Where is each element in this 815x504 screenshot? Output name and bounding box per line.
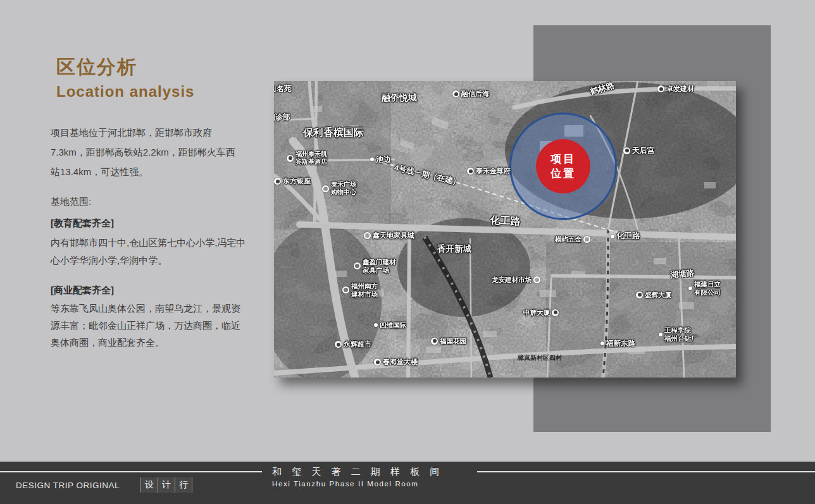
map-label: 融信后海 bbox=[452, 90, 489, 98]
map-label-text: 中辉大厦 bbox=[523, 309, 550, 317]
bus-icon bbox=[274, 178, 281, 185]
map-label-text: 池边 bbox=[376, 155, 391, 164]
ring-icon bbox=[342, 286, 349, 293]
map-label-text: 鹤林路 bbox=[589, 81, 616, 97]
bus-icon bbox=[657, 85, 664, 92]
map-label: 泰禾广场 购物中心 bbox=[322, 181, 356, 196]
page-title: 区位分析 Location analysis bbox=[56, 54, 194, 101]
footer-project-title-cn: 和 玺 天 著 二 期 样 板 间 bbox=[272, 466, 487, 478]
bus-icon bbox=[287, 155, 294, 162]
map-label-text: 泰禾广场 购物中心 bbox=[331, 181, 356, 196]
map-label: 四维国际 bbox=[374, 321, 406, 329]
map-label-text: 福新东路 bbox=[606, 339, 635, 348]
page-title-en: Location analysis bbox=[56, 83, 194, 101]
map-label-text: 香开新城 bbox=[437, 244, 471, 254]
map-label-text: 鑫天地家具城 bbox=[373, 231, 414, 240]
map-label: 永辉超市 bbox=[335, 340, 371, 348]
map-label-text: 龙安建材市场 bbox=[492, 276, 532, 284]
footer-project-title-en: Hexi Tianzhu Phase II Model Room bbox=[272, 480, 487, 488]
map-label-text: 福国花园 bbox=[440, 337, 466, 345]
map-label-text: 四维国际 bbox=[380, 321, 406, 329]
stamp-char: 行 bbox=[175, 477, 192, 493]
intro-paragraph: 项目基地位于河北邯郸，距邯郸市政府 7.3km，距邯郸高铁站2.2km，距邯郸火… bbox=[51, 123, 253, 181]
bus-icon bbox=[467, 168, 474, 175]
design-trip-stamp: 设 计 行 bbox=[140, 477, 192, 493]
map-label: 福州南方 建材市场 bbox=[342, 282, 378, 298]
map-label: 春海堂大楼 bbox=[374, 358, 418, 366]
map-label-text: 樟岚新村区四村 bbox=[518, 354, 562, 362]
ring-icon bbox=[364, 232, 371, 239]
business-heading: [商业配套齐全] bbox=[51, 285, 253, 297]
footer-divider-left bbox=[0, 471, 262, 472]
map-label: 门诊部 bbox=[274, 113, 290, 122]
map-label: 4号线一期（在建） bbox=[394, 163, 462, 188]
map-label: 工程学院 福州台钻厂 bbox=[659, 326, 698, 343]
map-label: 横屿五金 bbox=[555, 235, 590, 243]
map-label-text: 福建日立 有限公司 bbox=[694, 280, 721, 297]
map-label: 福国花园 bbox=[431, 337, 466, 345]
map-label-text: 鑫盈门建材 家具广场 bbox=[363, 258, 396, 274]
map-label: 池边 bbox=[370, 155, 391, 164]
map-label: 中辉大厦 bbox=[523, 309, 559, 317]
bus-icon bbox=[431, 338, 438, 345]
dot-icon bbox=[688, 286, 692, 290]
map-label: 天后宫 bbox=[623, 146, 655, 156]
slide: 区位分析 Location analysis 项目基地位于河北邯郸，距邯郸市政府… bbox=[0, 0, 815, 504]
ring-icon bbox=[533, 276, 540, 283]
map-label-text: 盛辉大厦 bbox=[645, 291, 671, 299]
map-label: 山名苑 bbox=[274, 84, 292, 94]
map-label-text: 化工路 bbox=[616, 231, 640, 241]
map-label-text: 永辉超市 bbox=[344, 340, 371, 348]
map-label: 泰禾金尊府 bbox=[467, 167, 511, 175]
map-label: 鹤林路 bbox=[589, 81, 616, 97]
dot-icon bbox=[659, 333, 663, 336]
bus-icon bbox=[623, 147, 630, 154]
footer-divider-right bbox=[477, 471, 815, 472]
satellite-map: 项目 位置 山名苑门诊部保利香槟国际融侨悦城融信后海鹤林路卓发建材福州泰禾凯 宾… bbox=[274, 81, 736, 378]
map-label: 化工路 bbox=[490, 214, 521, 228]
footer-brand: DESIGN TRIP ORIGINAL bbox=[16, 481, 120, 490]
map-label: 鑫天地家具城 bbox=[364, 231, 414, 240]
bus-icon bbox=[335, 341, 342, 348]
dot-icon bbox=[370, 157, 374, 161]
map-label: 樟岚新村区四村 bbox=[518, 354, 562, 362]
dot-icon bbox=[600, 341, 604, 345]
map-label-text: 泰禾金尊府 bbox=[476, 167, 511, 175]
stamp-char: 设 bbox=[140, 477, 158, 493]
map-label-text: 工程学院 福州台钻厂 bbox=[664, 326, 698, 343]
map-labels-layer: 山名苑门诊部保利香槟国际融侨悦城融信后海鹤林路卓发建材福州泰禾凯 宾斯基酒店池边… bbox=[274, 81, 736, 378]
education-body: 内有邯郸市四十中,仓山区第七中心小学,冯宅中 心小学华润小学,华润中学。 bbox=[51, 234, 253, 269]
education-heading: [教育配套齐全] bbox=[51, 218, 253, 230]
map-label-text: 福州泰禾凯 宾斯基酒店 bbox=[296, 151, 327, 166]
map-label: 鑫盈门建材 家具广场 bbox=[354, 258, 396, 274]
page-title-cn: 区位分析 bbox=[56, 54, 194, 80]
map-label: 卓发建材 bbox=[657, 85, 694, 93]
bus-icon bbox=[552, 309, 559, 316]
map-label-text: 湖塘路 bbox=[670, 269, 695, 280]
map-label-text: 融侨悦城 bbox=[382, 92, 417, 103]
map-label: 盛辉大厦 bbox=[636, 291, 671, 299]
bus-icon bbox=[452, 90, 459, 97]
ring-icon bbox=[583, 236, 590, 243]
map-label-text: 4号线一期（在建） bbox=[394, 163, 462, 188]
map-label: 香开新城 bbox=[437, 244, 471, 254]
map-label: 福建日立 有限公司 bbox=[688, 280, 721, 297]
map-label: 东方银座 bbox=[274, 177, 311, 185]
bus-icon bbox=[636, 292, 643, 298]
map-label: 湖塘路 bbox=[670, 269, 695, 280]
dot-icon bbox=[611, 235, 614, 238]
map-label-text: 化工路 bbox=[490, 214, 521, 228]
footer-project-title: 和 玺 天 著 二 期 样 板 间 Hexi Tianzhu Phase II … bbox=[272, 466, 487, 488]
map-label-text: 融信后海 bbox=[461, 90, 489, 98]
map-label: 保利香槟国际 bbox=[303, 126, 364, 139]
map-label-text: 横屿五金 bbox=[555, 235, 582, 243]
map-label-text: 春海堂大楼 bbox=[383, 358, 418, 366]
map-label-text: 门诊部 bbox=[274, 113, 290, 122]
footer-bar: DESIGN TRIP ORIGINAL 设 计 行 和 玺 天 著 二 期 样… bbox=[0, 462, 815, 504]
ring-icon bbox=[322, 185, 329, 192]
map-label: 福州泰禾凯 宾斯基酒店 bbox=[287, 151, 327, 166]
map-label: 化工路 bbox=[611, 231, 640, 241]
map-label: 融侨悦城 bbox=[382, 92, 417, 103]
bus-icon bbox=[374, 359, 381, 366]
stamp-char: 计 bbox=[158, 477, 175, 493]
